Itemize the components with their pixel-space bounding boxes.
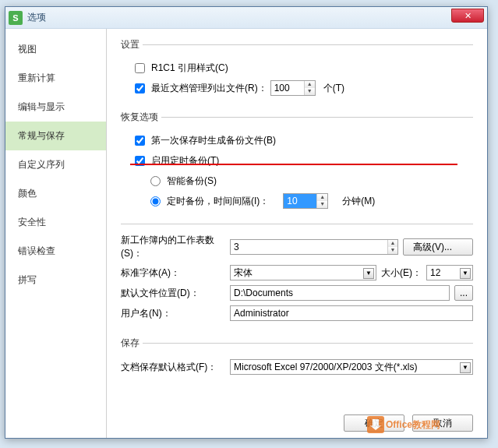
dialog-footer: 确定 取消	[344, 414, 473, 432]
spin-up-icon[interactable]: ▲	[388, 240, 397, 247]
spin-down-icon[interactable]: ▼	[317, 201, 327, 208]
format-value: Microsoft Excel 97/2000/XP/2003 文件(*.xls…	[234, 361, 417, 374]
size-label: 大小(E)：	[381, 266, 422, 280]
advanced-button[interactable]: 高级(V)...	[403, 238, 473, 256]
font-select[interactable]: 宋体 ▼	[230, 265, 376, 280]
recent-files-checkbox[interactable]	[135, 83, 145, 93]
path-label: 默认文件位置(D)：	[121, 287, 230, 300]
path-input[interactable]	[230, 285, 450, 301]
settings-legend: 设置	[121, 38, 143, 51]
font-value: 宋体	[234, 266, 253, 280]
ok-button[interactable]: 确定	[344, 414, 404, 432]
timed-backup-radio[interactable]	[150, 196, 161, 206]
sheets-value[interactable]	[231, 240, 387, 254]
format-select[interactable]: Microsoft Excel 97/2000/XP/2003 文件(*.xls…	[230, 359, 473, 375]
highlight-underline	[130, 164, 457, 165]
close-button[interactable]: ✕	[451, 9, 484, 23]
sidebar-item-edit[interactable]: 编辑与显示	[5, 93, 106, 122]
timed-interval-spinner[interactable]: ▲▼	[283, 193, 328, 209]
dropdown-icon[interactable]: ▼	[460, 268, 471, 279]
sidebar-item-custom-list[interactable]: 自定义序列	[5, 150, 106, 179]
spin-up-icon[interactable]: ▲	[305, 81, 315, 88]
sheets-label: 新工作簿内的工作表数(S)：	[121, 234, 230, 260]
r1c1-checkbox[interactable]	[135, 63, 145, 73]
dropdown-icon[interactable]: ▼	[460, 362, 471, 373]
browse-button[interactable]: ...	[454, 285, 473, 301]
sidebar-item-error-check[interactable]: 错误检查	[5, 237, 106, 266]
sidebar-item-recalc[interactable]: 重新计算	[5, 64, 106, 93]
general-group: 新工作簿内的工作表数(S)： ▲▼ 高级(V)... 标准字体(A)： 宋体	[121, 224, 473, 329]
user-label: 用户名(N)：	[121, 307, 230, 320]
save-legend: 保存	[121, 337, 143, 350]
sidebar: 视图 重新计算 编辑与显示 常规与保存 自定义序列 颜色 安全性 错误检查 拼写	[5, 29, 107, 438]
smart-backup-label: 智能备份(S)	[167, 175, 217, 188]
sidebar-item-view[interactable]: 视图	[5, 35, 106, 64]
spin-down-icon[interactable]: ▼	[388, 247, 397, 254]
recent-files-unit: 个(T)	[323, 82, 344, 95]
recent-files-spinner[interactable]: ▲▼	[270, 80, 316, 96]
user-input[interactable]	[230, 305, 473, 321]
options-dialog: S 选项 ✕ 视图 重新计算 编辑与显示 常规与保存 自定义序列 颜色 安全性 …	[5, 6, 488, 439]
window-title: 选项	[27, 11, 46, 24]
sheets-spinner[interactable]: ▲▼	[230, 239, 398, 255]
recent-files-value[interactable]	[271, 81, 304, 95]
timed-interval-unit: 分钟(M)	[342, 195, 375, 208]
format-label: 文档保存默认格式(F)：	[121, 361, 230, 374]
dialog-body: 视图 重新计算 编辑与显示 常规与保存 自定义序列 颜色 安全性 错误检查 拼写…	[5, 29, 487, 438]
sidebar-item-general-save[interactable]: 常规与保存	[5, 122, 106, 150]
recovery-group: 恢复选项 第一次保存时生成备份文件(B) 启用定时备份(T) 智能备份(S) 定…	[121, 111, 473, 216]
sidebar-item-spelling[interactable]: 拼写	[5, 266, 106, 295]
font-label: 标准字体(A)：	[121, 266, 230, 280]
cancel-button[interactable]: 取消	[412, 414, 473, 432]
recent-files-label: 最近文档管理列出文件(R)：	[151, 82, 267, 95]
spin-up-icon[interactable]: ▲	[317, 194, 327, 201]
first-save-backup-checkbox[interactable]	[135, 136, 145, 146]
size-value: 12	[430, 267, 440, 278]
settings-group: 设置 R1C1 引用样式(C) 最近文档管理列出文件(R)： ▲▼ 个(T)	[121, 38, 473, 103]
timed-interval-value[interactable]	[284, 194, 316, 208]
save-group: 保存 文档保存默认格式(F)： Microsoft Excel 97/2000/…	[121, 337, 473, 383]
recovery-legend: 恢复选项	[121, 111, 161, 124]
content-pane: 设置 R1C1 引用样式(C) 最近文档管理列出文件(R)： ▲▼ 个(T) 恢…	[107, 29, 487, 438]
sidebar-item-security[interactable]: 安全性	[5, 208, 106, 237]
sidebar-item-color[interactable]: 颜色	[5, 179, 106, 208]
r1c1-label: R1C1 引用样式(C)	[151, 62, 228, 75]
size-select[interactable]: 12 ▼	[426, 265, 473, 280]
first-save-backup-label: 第一次保存时生成备份文件(B)	[151, 134, 276, 147]
dropdown-icon[interactable]: ▼	[363, 268, 374, 279]
timed-backup-label: 定时备份，时间间隔(I)：	[167, 195, 269, 208]
smart-backup-radio[interactable]	[150, 176, 161, 186]
spin-down-icon[interactable]: ▼	[305, 88, 315, 95]
app-icon: S	[9, 11, 23, 25]
titlebar: S 选项 ✕	[5, 7, 487, 29]
